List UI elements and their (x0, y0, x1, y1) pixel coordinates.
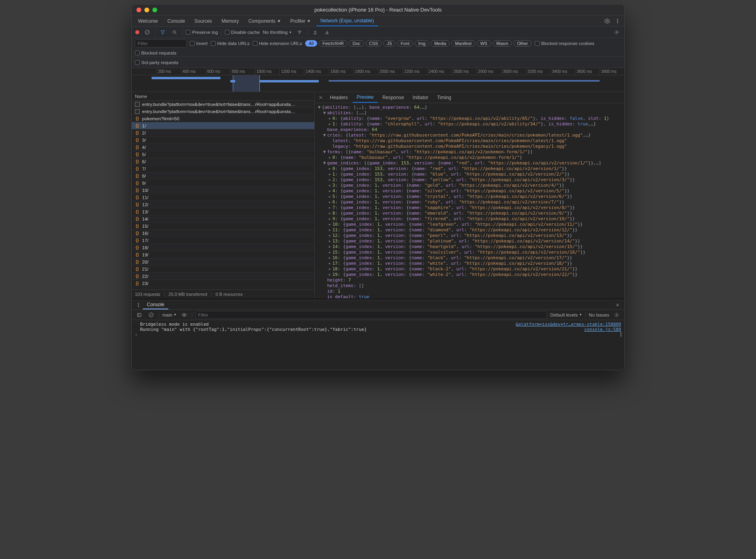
request-row[interactable]: {}7/ (132, 165, 314, 172)
invert-checkbox[interactable]: Invert (190, 41, 208, 46)
column-header-name[interactable]: Name (132, 92, 314, 101)
request-row[interactable]: {}1/ (132, 122, 314, 129)
filter-icon[interactable] (158, 28, 167, 37)
tree-line[interactable]: ▸3: {game_index: 1, version: {name: "gol… (315, 183, 624, 188)
tree-line[interactable]: ▸11: {game_index: 1, version: {name: "di… (315, 227, 624, 233)
panel-tab[interactable]: Memory (218, 16, 243, 26)
tree-line[interactable]: ▸6: {game_index: 1, version: {name: "rub… (315, 199, 624, 205)
tree-line[interactable]: held_items: [] (315, 283, 624, 289)
request-row[interactable]: {}18/ (132, 244, 314, 251)
wifi-icon[interactable] (295, 28, 304, 37)
clear-console-icon[interactable] (147, 311, 156, 319)
hide-data-urls-checkbox[interactable]: Hide data URLs (211, 41, 249, 46)
request-row[interactable]: {}10/ (132, 187, 314, 194)
console-line[interactable]: Bridgeless mode is enabled&platform=ios&… (135, 322, 621, 327)
console-prompt[interactable]: › (135, 332, 621, 337)
detail-tab[interactable]: Initiator (409, 92, 432, 103)
request-row[interactable]: {}20/ (132, 258, 314, 266)
tree-line[interactable]: latest: "https://raw.githubusercontent.c… (315, 138, 624, 144)
request-row[interactable]: entry.bundle?platform=ios&dev=true&hot=f… (132, 108, 314, 115)
panel-tab[interactable]: Console (164, 16, 189, 26)
tree-line[interactable]: id: 1 (315, 289, 624, 294)
tree-line[interactable]: ▼cries: {latest: "https://raw.githubuser… (315, 133, 624, 138)
tree-line[interactable]: ▸0: {game_index: 153, version: {name: "r… (315, 166, 624, 172)
panel-tab[interactable]: Sources (191, 16, 216, 26)
console-tab[interactable]: Console (143, 300, 168, 309)
type-filter-pill[interactable]: Img (415, 40, 429, 47)
tree-line[interactable]: ▸5: {game_index: 1, version: {name: "cry… (315, 194, 624, 199)
preserve-log-checkbox[interactable]: Preserve log (186, 30, 218, 35)
request-row[interactable]: {}11/ (132, 194, 314, 201)
timeline[interactable]: 200 ms400 ms600 ms800 ms1000 ms1200 ms14… (132, 68, 624, 92)
request-row[interactable]: {}19/ (132, 251, 314, 258)
request-row[interactable]: {}23/ (132, 280, 314, 287)
detail-tab[interactable]: Headers (326, 92, 352, 103)
tree-line[interactable]: ▸19: {game_index: 1, version: {name: "wh… (315, 272, 624, 278)
type-filter-pill[interactable]: Other (513, 40, 532, 47)
tree-line[interactable]: ▼abilities: [,…] (315, 110, 624, 116)
blocked-cookies-checkbox[interactable]: Blocked response cookies (535, 41, 594, 46)
drawer-more-icon[interactable] (134, 301, 143, 309)
tree-line[interactable]: ▸8: {game_index: 1, version: {name: "eme… (315, 211, 624, 216)
tree-line[interactable]: ▸9: {game_index: 1, version: {name: "fir… (315, 216, 624, 222)
panel-tab[interactable]: Welcome (134, 16, 162, 26)
download-har-icon[interactable] (323, 28, 331, 37)
type-filter-pill[interactable]: WS (477, 40, 491, 47)
throttling-dropdown[interactable]: No throttling ▼ (263, 30, 292, 35)
tree-line[interactable]: ▸16: {game_index: 1, version: {name: "bl… (315, 255, 624, 261)
request-row[interactable]: {}4/ (132, 144, 314, 151)
more-icon[interactable] (613, 17, 622, 25)
console-output[interactable]: Bridgeless mode is enabled&platform=ios&… (132, 320, 624, 370)
detail-tab[interactable]: Preview (353, 92, 378, 103)
tree-line[interactable]: ▸4: {game_index: 1, version: {name: "sil… (315, 188, 624, 194)
tree-line[interactable]: ▸14: {game_index: 1, version: {name: "he… (315, 244, 624, 250)
live-expression-icon[interactable] (180, 311, 189, 319)
log-levels-dropdown[interactable]: Default levels ▼ (550, 313, 582, 317)
tree-line[interactable]: height: 7 (315, 278, 624, 283)
tree-line[interactable]: ▸18: {game_index: 1, version: {name: "bl… (315, 266, 624, 272)
type-filter-pill[interactable]: Fetch/XHR (319, 40, 347, 47)
request-row[interactable]: {}6/ (132, 158, 314, 165)
detail-tab[interactable]: Timing (433, 92, 455, 103)
console-filter-input[interactable] (195, 311, 547, 319)
request-row[interactable]: {}8/ (132, 172, 314, 180)
disable-cache-checkbox[interactable]: Disable cache (225, 30, 260, 35)
third-party-checkbox[interactable]: 3rd-party requests (135, 60, 178, 65)
network-settings-icon[interactable] (612, 28, 621, 37)
request-row[interactable]: entry.bundle?platform=ios&dev=true&hot=f… (132, 101, 314, 108)
context-dropdown[interactable]: main ▼ (162, 313, 177, 317)
type-filter-pill[interactable]: Font (397, 40, 413, 47)
panel-tab[interactable]: Profiler ⁕ (286, 16, 315, 26)
tree-line[interactable]: ▸0: {ability: {name: "overgrow", url: "h… (315, 116, 624, 121)
clear-icon[interactable] (143, 28, 152, 37)
request-row[interactable]: {}15/ (132, 223, 314, 230)
request-row[interactable]: {}12/ (132, 201, 314, 208)
request-row[interactable]: {}17/ (132, 237, 314, 244)
filter-input[interactable] (135, 39, 187, 47)
type-filter-pill[interactable]: CSS (366, 40, 382, 47)
source-link[interactable]: &platform=ios&dev=tr…ermes-stable:158800 (516, 322, 621, 327)
tree-line[interactable]: ▼game_indices: [{game_index: 153, versio… (315, 160, 624, 166)
close-drawer-icon[interactable] (613, 301, 622, 309)
detail-tab[interactable]: Response (378, 92, 408, 103)
tree-line[interactable]: ▸13: {game_index: 1, version: {name: "pl… (315, 238, 624, 244)
request-row[interactable]: {}13/ (132, 208, 314, 215)
type-filter-pill[interactable]: Wasm (493, 40, 512, 47)
tree-line[interactable]: ▸12: {game_index: 1, version: {name: "pe… (315, 233, 624, 238)
type-filter-pill[interactable]: Manifest (451, 40, 475, 47)
issues-button[interactable]: No Issues (589, 313, 609, 317)
toggle-sidebar-icon[interactable] (135, 311, 144, 319)
request-row[interactable]: {}5/ (132, 151, 314, 158)
tree-line[interactable]: ▸10: {game_index: 1, version: {name: "le… (315, 222, 624, 227)
tree-line[interactable]: ▸0: {name: "bulbasaur", url: "https://po… (315, 155, 624, 160)
request-row[interactable]: {}14/ (132, 215, 314, 223)
request-row[interactable]: {}21/ (132, 266, 314, 273)
tree-line[interactable]: ▸1: {game_index: 153, version: {name: "b… (315, 172, 624, 177)
close-detail-icon[interactable] (316, 93, 325, 102)
request-row[interactable]: {}pokemon?limit=50 (132, 115, 314, 122)
tree-line[interactable]: ▸1: {ability: {name: "chlorophyll", url:… (315, 121, 624, 127)
record-icon[interactable] (135, 30, 140, 35)
type-filter-pill[interactable]: Doc (349, 40, 364, 47)
source-link[interactable]: console.js:589 (584, 327, 621, 332)
hide-extension-urls-checkbox[interactable]: Hide extension URLs (253, 41, 302, 46)
